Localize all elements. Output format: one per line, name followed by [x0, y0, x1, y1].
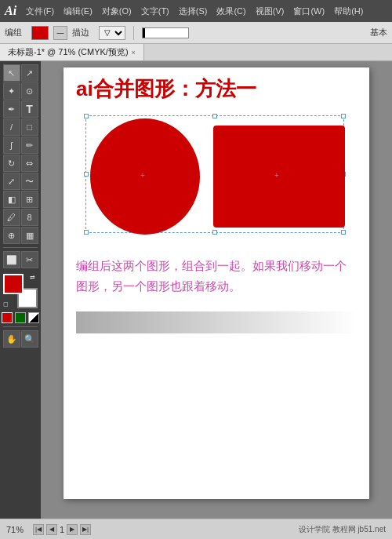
title-bar: Ai 文件(F) 编辑(E) 对象(O) 文字(T) 选择(S) 效果(C) 视… — [0, 0, 392, 22]
eyedropper-tool[interactable]: 🖊 — [3, 209, 20, 226]
menu-select[interactable]: 选择(S) — [176, 4, 211, 19]
tool-row-rotate: ↻ ⇔ — [0, 155, 41, 172]
main-area: ↖ ↗ ✦ ⊙ ✒ T / □ ∫ ✏ ↻ ⇔ ⤢ 〜 ◧ ⊞ — [0, 61, 392, 519]
group-label: 编组 — [5, 27, 22, 38]
line-tool[interactable]: / — [3, 118, 20, 136]
handle-bl[interactable] — [84, 230, 89, 235]
handle-ml[interactable] — [84, 172, 89, 177]
basic-label: 基本 — [370, 27, 387, 38]
divider — [133, 26, 134, 40]
color-red-icon[interactable] — [2, 312, 13, 323]
handle-tm[interactable] — [212, 114, 217, 118]
menu-help[interactable]: 帮助(H) — [331, 4, 366, 19]
page-number: 1 — [60, 525, 64, 534]
next-page-button[interactable]: ▶ — [67, 524, 78, 535]
handle-bm[interactable] — [212, 230, 217, 235]
blend-tool[interactable]: 8 — [21, 209, 38, 226]
rect-center — [277, 174, 281, 179]
website-label: 设计学院 教程网 jb51.net — [299, 524, 386, 535]
tool-row-gradient: ◧ ⊞ — [0, 191, 41, 208]
menu-text[interactable]: 文字(T) — [138, 4, 172, 19]
tool-row-line: / □ — [0, 118, 41, 136]
shapes-area — [76, 109, 357, 246]
default-colors-icon[interactable]: ◻ — [3, 300, 11, 308]
pen-tool[interactable]: ✒ — [3, 100, 20, 118]
menu-edit[interactable]: 编辑(E) — [60, 4, 96, 19]
last-page-button[interactable]: ▶| — [80, 524, 91, 535]
menu-view[interactable]: 视图(V) — [252, 4, 288, 19]
artboard-tool[interactable]: ⬜ — [3, 251, 20, 268]
zoom-tool[interactable]: 🔍 — [21, 330, 38, 348]
tab-document[interactable]: 未标题-1* @ 71% (CMYK/预览) × — [0, 44, 144, 60]
type-tool[interactable]: T — [21, 100, 38, 118]
canvas-area: ai合并图形：方法一 — [41, 61, 392, 519]
handle-br[interactable] — [341, 230, 346, 235]
tool-row-symbol: ⊕ ▦ — [0, 227, 41, 244]
fill-color-box[interactable] — [31, 26, 49, 40]
rotate-tool[interactable]: ↻ — [3, 155, 20, 172]
gradient-tool[interactable]: ◧ — [3, 191, 20, 208]
toolbar: ↖ ↗ ✦ ⊙ ✒ T / □ ∫ ✏ ↻ ⇔ ⤢ 〜 ◧ ⊞ — [0, 61, 41, 519]
symbol-sprayer-tool[interactable]: ⊕ — [3, 227, 20, 244]
stroke-select[interactable]: ▽ — [99, 26, 125, 40]
menu-effect[interactable]: 效果(C) — [213, 4, 249, 19]
graph-tool[interactable]: ▦ — [21, 227, 38, 244]
menu-file[interactable]: 文件(F) — [23, 4, 57, 19]
page-navigation: |◀ ◀ 1 ▶ ▶| — [33, 524, 91, 535]
artboard: ai合并图形：方法一 — [64, 67, 369, 499]
handle-tr[interactable] — [341, 114, 346, 118]
tool-row-scale: ⤢ 〜 — [0, 173, 41, 190]
tool-row-select: ↖ ↗ — [0, 64, 41, 82]
toolbar-separator2 — [3, 326, 38, 327]
tab-close-button[interactable]: × — [132, 49, 136, 56]
select-tool[interactable]: ↖ — [3, 64, 20, 82]
tool-row-wand: ✦ ⊙ — [0, 82, 41, 100]
handle-tl[interactable] — [84, 114, 89, 118]
lasso-tool[interactable]: ⊙ — [21, 82, 38, 100]
color-green-icon[interactable] — [15, 312, 26, 323]
ellipse-center — [143, 174, 147, 179]
tool-row-hand: ✋ 🔍 — [0, 330, 41, 348]
tool-row-eyedropper: 🖊 8 — [0, 209, 41, 226]
stroke-icon[interactable]: — — [53, 26, 67, 40]
tab-bar: 未标题-1* @ 71% (CMYK/预览) × — [0, 44, 392, 61]
magic-wand-tool[interactable]: ✦ — [3, 82, 20, 100]
options-bar: 编组 — 描边 ▽ 基本 — [0, 22, 392, 44]
paintbrush-tool[interactable]: ∫ — [3, 137, 20, 154]
menu-window[interactable]: 窗口(W) — [290, 4, 328, 19]
rectangle-shape[interactable] — [213, 126, 345, 228]
fg-color-swatch[interactable] — [3, 274, 24, 294]
direct-select-tool[interactable]: ↗ — [21, 64, 38, 82]
canvas-gradient-bar — [76, 311, 357, 333]
tab-title: 未标题-1* @ 71% (CMYK/预览) — [8, 46, 129, 58]
warp-tool[interactable]: 〜 — [21, 173, 38, 190]
pencil-tool[interactable]: ✏ — [21, 137, 38, 154]
rect-tool[interactable]: □ — [21, 118, 38, 136]
swap-colors-icon[interactable]: ⇄ — [30, 274, 38, 282]
slice-tool[interactable]: ✂ — [21, 251, 38, 268]
hand-tool[interactable]: ✋ — [3, 330, 20, 348]
stroke-preview — [142, 27, 189, 38]
ellipse-shape[interactable] — [90, 118, 200, 235]
gradient-swatch-icon[interactable] — [28, 312, 39, 323]
first-page-button[interactable]: |◀ — [33, 524, 44, 535]
color-area: ⇄ ◻ — [3, 274, 38, 308]
tool-row-artboard: ⬜ ✂ — [0, 251, 41, 268]
menu-object[interactable]: 对象(O) — [99, 4, 135, 19]
tool-row-brush: ∫ ✏ — [0, 137, 41, 154]
menu-bar[interactable]: 文件(F) 编辑(E) 对象(O) 文字(T) 选择(S) 效果(C) 视图(V… — [23, 4, 366, 19]
stroke-label: 描边 — [72, 27, 89, 38]
status-bar: 71% |◀ ◀ 1 ▶ ▶| 设计学院 教程网 jb51.net — [0, 519, 392, 539]
prev-page-button[interactable]: ◀ — [46, 524, 57, 535]
canvas-body-text: 编组后这两个图形，组合到一起。如果我们移动一个图形，另一个图形也跟着移动。 — [76, 256, 357, 296]
color-mode-row — [2, 312, 39, 323]
tool-row-pen: ✒ T — [0, 100, 41, 118]
toolbar-separator — [3, 247, 38, 248]
zoom-level[interactable]: 71% — [6, 525, 24, 534]
mesh-tool[interactable]: ⊞ — [21, 191, 38, 208]
scale-tool[interactable]: ⤢ — [3, 173, 20, 190]
canvas-title: ai合并图形：方法一 — [76, 75, 357, 103]
app-logo: Ai — [5, 4, 16, 18]
reflect-tool[interactable]: ⇔ — [21, 155, 38, 172]
